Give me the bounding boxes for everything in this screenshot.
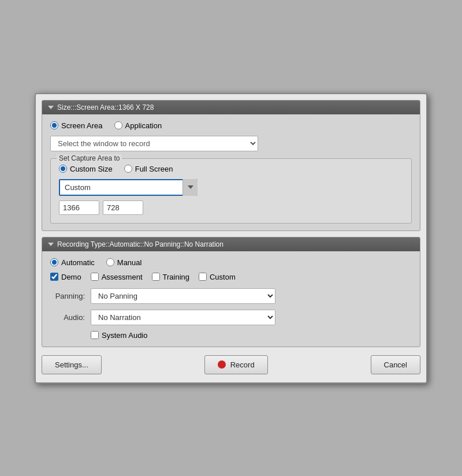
size-section: Size:::Screen Area::1366 X 728 Screen Ar… <box>42 100 420 231</box>
recording-section-header: Recording Type::Automatic::No Panning::N… <box>42 237 420 251</box>
demo-checkbox[interactable] <box>50 273 58 281</box>
capture-size-radio-group: Custom Size Full Screen <box>59 165 403 173</box>
custom-checkbox[interactable] <box>199 273 207 281</box>
capture-mode-group: Screen Area Application <box>50 121 412 130</box>
record-dot-icon <box>218 360 226 369</box>
system-audio-label: System Audio <box>102 331 148 340</box>
custom-dropdown-wrapper: Custom 1280 x 720 1920 x 1080 <box>59 179 198 196</box>
audio-select[interactable]: No Narration Microphone System Audio + M… <box>91 310 275 325</box>
custom-size-radio[interactable] <box>59 165 67 173</box>
demo-label: Demo <box>61 273 81 281</box>
application-radio[interactable] <box>114 121 122 129</box>
training-label: Training <box>163 273 189 281</box>
custom-label: Custom <box>210 273 236 281</box>
automatic-label: Automatic <box>61 258 95 267</box>
automatic-radio[interactable] <box>50 258 58 266</box>
audio-label: Audio: <box>50 313 85 322</box>
panning-select[interactable]: No Panning Automatic Panning Manual Pann… <box>91 288 275 304</box>
window-select-wrapper: Select the window to record <box>50 136 412 151</box>
system-audio-row: System Audio <box>91 331 412 340</box>
recording-section-title: Recording Type::Automatic::No Panning::N… <box>57 240 223 248</box>
full-screen-label: Full Screen <box>135 165 173 173</box>
main-dialog: Size:::Screen Area::1366 X 728 Screen Ar… <box>35 93 427 384</box>
recording-type-checkboxes: Demo Assessment Training Custom <box>50 273 412 281</box>
manual-radio[interactable] <box>106 258 114 266</box>
manual-label: Manual <box>117 258 142 267</box>
full-screen-radio-label[interactable]: Full Screen <box>124 165 173 173</box>
bottom-bar: Settings... Record Cancel <box>42 353 420 377</box>
recording-mode-group: Automatic Manual <box>50 258 412 267</box>
recording-section: Recording Type::Automatic::No Panning::N… <box>42 237 420 347</box>
size-section-body: Screen Area Application Select the windo… <box>42 114 420 230</box>
screen-area-label: Screen Area <box>61 121 103 130</box>
settings-button[interactable]: Settings... <box>42 355 102 374</box>
size-section-arrow <box>48 106 54 109</box>
width-input[interactable] <box>59 200 99 215</box>
record-label: Record <box>230 360 255 369</box>
audio-row: Audio: No Narration Microphone System Au… <box>50 310 412 325</box>
system-audio-checkbox[interactable] <box>91 331 99 339</box>
size-section-title: Size:::Screen Area::1366 X 728 <box>57 103 154 111</box>
recording-section-body: Automatic Manual Demo Assessment <box>42 251 420 347</box>
recording-section-arrow <box>48 243 54 246</box>
custom-size-radio-label[interactable]: Custom Size <box>59 165 113 173</box>
demo-checkbox-label[interactable]: Demo <box>50 273 81 281</box>
screen-area-radio-label[interactable]: Screen Area <box>50 121 103 130</box>
custom-checkbox-label[interactable]: Custom <box>199 273 236 281</box>
assessment-label: Assessment <box>102 273 143 281</box>
assessment-checkbox-label[interactable]: Assessment <box>91 273 143 281</box>
cancel-button[interactable]: Cancel <box>371 355 420 374</box>
assessment-checkbox[interactable] <box>91 273 99 281</box>
height-input[interactable] <box>103 200 143 215</box>
panning-label: Panning: <box>50 292 85 300</box>
training-checkbox-label[interactable]: Training <box>152 273 189 281</box>
full-screen-radio[interactable] <box>124 165 132 173</box>
application-radio-label[interactable]: Application <box>114 121 162 130</box>
size-section-header: Size:::Screen Area::1366 X 728 <box>42 101 420 114</box>
record-button[interactable]: Record <box>204 355 268 374</box>
custom-size-select[interactable]: Custom 1280 x 720 1920 x 1080 <box>59 179 198 196</box>
window-select[interactable]: Select the window to record <box>50 136 258 151</box>
automatic-radio-label[interactable]: Automatic <box>50 258 95 267</box>
application-label: Application <box>125 121 162 130</box>
size-inputs-group <box>59 200 403 215</box>
manual-radio-label[interactable]: Manual <box>106 258 142 267</box>
screen-area-radio[interactable] <box>50 121 58 129</box>
panning-row: Panning: No Panning Automatic Panning Ma… <box>50 288 412 304</box>
capture-area-group: Set Capture Area to Custom Size Full Scr… <box>50 158 412 224</box>
training-checkbox[interactable] <box>152 273 160 281</box>
custom-size-label: Custom Size <box>70 165 113 173</box>
capture-area-legend: Set Capture Area to <box>57 154 122 162</box>
system-audio-checkbox-label[interactable]: System Audio <box>91 331 412 340</box>
